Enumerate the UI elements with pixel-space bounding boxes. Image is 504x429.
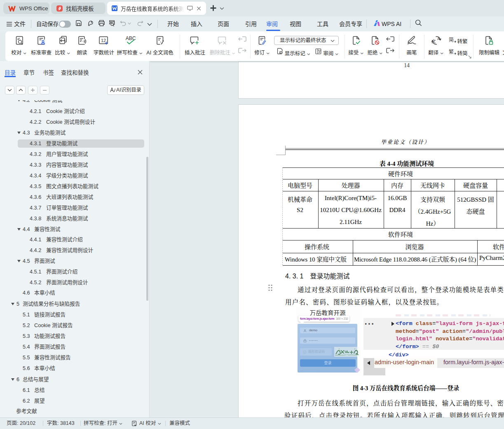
svg-text:ABC: ABC [126,35,136,41]
svg-text:繁: 繁 [449,49,454,55]
svg-text:12: 12 [101,38,106,43]
svg-text:简: 简 [449,37,454,43]
